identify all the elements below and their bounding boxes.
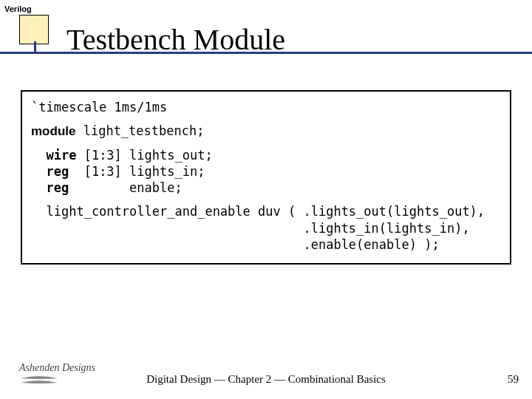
code-line: reg [1:3] lights_in;: [31, 163, 501, 180]
page-number: 59: [508, 373, 519, 386]
code-line: light_controller_and_enable duv ( .light…: [31, 203, 501, 219]
footer-text: Digital Design — Chapter 2 — Combination…: [0, 373, 532, 386]
keyword: reg: [31, 180, 69, 195]
code-line: .lights_in(lights_in),: [31, 220, 501, 236]
code-block: `timescale 1ms/1ms module light_testbenc…: [21, 90, 511, 265]
page-title: Testbench Module: [66, 22, 285, 57]
code-line: module light_testbench;: [31, 123, 501, 140]
keyword: module: [31, 124, 75, 138]
logo-text: Ashenden Designs: [19, 362, 104, 374]
corner-tag: Verilog: [4, 4, 32, 13]
code-line: .enable(enable) );: [31, 236, 501, 253]
code-line: reg enable;: [31, 180, 501, 196]
keyword: wire: [31, 148, 76, 163]
code-line: wire [1:3] lights_out;: [31, 147, 501, 163]
title-tick: [34, 41, 36, 52]
bullet-box-icon: [19, 15, 49, 44]
keyword: reg: [31, 164, 69, 179]
title-header: Testbench Module: [0, 15, 532, 61]
code-line: `timescale 1ms/1ms: [31, 99, 501, 115]
